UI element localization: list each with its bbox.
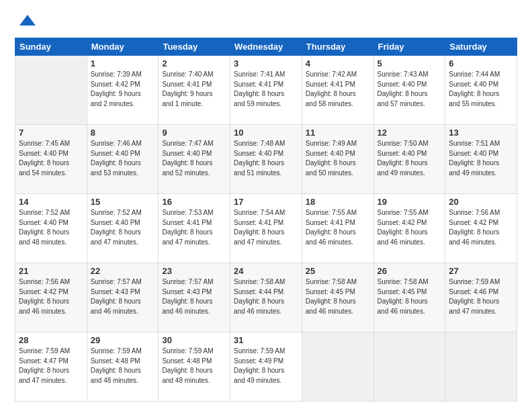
col-header-saturday: Saturday bbox=[445, 38, 517, 56]
cell-w4-d2: 30Sunrise: 7:59 AM Sunset: 4:48 PM Dayli… bbox=[159, 332, 230, 402]
cell-w2-d5: 19Sunrise: 7:55 AM Sunset: 4:42 PM Dayli… bbox=[373, 194, 445, 263]
day-info: Sunrise: 7:55 AM Sunset: 4:42 PM Dayligh… bbox=[378, 208, 442, 247]
day-number: 31 bbox=[234, 335, 298, 345]
day-info: Sunrise: 7:59 AM Sunset: 4:48 PM Dayligh… bbox=[91, 347, 155, 385]
cell-w2-d1: 15Sunrise: 7:52 AM Sunset: 4:40 PM Dayli… bbox=[87, 194, 159, 263]
day-info: Sunrise: 7:40 AM Sunset: 4:41 PM Dayligh… bbox=[162, 70, 226, 109]
day-info: Sunrise: 7:52 AM Sunset: 4:40 PM Dayligh… bbox=[19, 208, 83, 247]
cell-w1-d4: 11Sunrise: 7:49 AM Sunset: 4:40 PM Dayli… bbox=[302, 125, 373, 194]
day-number: 26 bbox=[378, 266, 442, 276]
day-number: 4 bbox=[306, 58, 370, 68]
day-info: Sunrise: 7:57 AM Sunset: 4:43 PM Dayligh… bbox=[91, 277, 155, 316]
day-number: 17 bbox=[234, 197, 298, 207]
logo-icon bbox=[18, 12, 37, 31]
cell-w1-d0: 7Sunrise: 7:45 AM Sunset: 4:40 PM Daylig… bbox=[15, 125, 87, 194]
day-number: 11 bbox=[306, 128, 370, 138]
day-number: 3 bbox=[234, 58, 298, 68]
day-info: Sunrise: 7:44 AM Sunset: 4:40 PM Dayligh… bbox=[449, 70, 513, 109]
day-number: 9 bbox=[162, 128, 226, 138]
col-header-monday: Monday bbox=[87, 38, 159, 56]
logo bbox=[15, 12, 37, 31]
day-number: 30 bbox=[162, 335, 226, 345]
day-number: 8 bbox=[91, 128, 155, 138]
page: SundayMondayTuesdayWednesdayThursdayFrid… bbox=[0, 0, 532, 411]
day-info: Sunrise: 7:46 AM Sunset: 4:40 PM Dayligh… bbox=[91, 139, 155, 178]
week-row-4: 28Sunrise: 7:59 AM Sunset: 4:47 PM Dayli… bbox=[15, 332, 517, 402]
day-info: Sunrise: 7:59 AM Sunset: 4:47 PM Dayligh… bbox=[19, 347, 83, 385]
day-number: 7 bbox=[19, 128, 83, 138]
day-info: Sunrise: 7:59 AM Sunset: 4:48 PM Dayligh… bbox=[162, 347, 226, 385]
cell-w0-d3: 3Sunrise: 7:41 AM Sunset: 4:41 PM Daylig… bbox=[230, 56, 302, 125]
cell-w2-d3: 17Sunrise: 7:54 AM Sunset: 4:41 PM Dayli… bbox=[230, 194, 302, 263]
cell-w3-d6: 27Sunrise: 7:59 AM Sunset: 4:46 PM Dayli… bbox=[445, 263, 517, 332]
cell-w1-d3: 10Sunrise: 7:48 AM Sunset: 4:40 PM Dayli… bbox=[230, 125, 302, 194]
day-info: Sunrise: 7:43 AM Sunset: 4:40 PM Dayligh… bbox=[378, 70, 442, 109]
day-info: Sunrise: 7:47 AM Sunset: 4:40 PM Dayligh… bbox=[162, 139, 226, 178]
cell-w4-d6 bbox=[445, 332, 517, 402]
cell-w1-d2: 9Sunrise: 7:47 AM Sunset: 4:40 PM Daylig… bbox=[159, 125, 230, 194]
day-info: Sunrise: 7:48 AM Sunset: 4:40 PM Dayligh… bbox=[234, 139, 298, 178]
cell-w0-d2: 2Sunrise: 7:40 AM Sunset: 4:41 PM Daylig… bbox=[159, 56, 230, 125]
day-info: Sunrise: 7:42 AM Sunset: 4:41 PM Dayligh… bbox=[306, 70, 370, 109]
day-info: Sunrise: 7:56 AM Sunset: 4:42 PM Dayligh… bbox=[19, 277, 83, 316]
day-info: Sunrise: 7:57 AM Sunset: 4:43 PM Dayligh… bbox=[162, 277, 226, 316]
day-number: 12 bbox=[378, 128, 442, 138]
week-row-2: 14Sunrise: 7:52 AM Sunset: 4:40 PM Dayli… bbox=[15, 194, 517, 263]
header bbox=[15, 12, 517, 31]
day-number: 28 bbox=[19, 335, 83, 345]
week-row-0: 1Sunrise: 7:39 AM Sunset: 4:42 PM Daylig… bbox=[15, 56, 517, 125]
cell-w4-d5 bbox=[373, 332, 445, 402]
day-number: 1 bbox=[91, 58, 155, 68]
col-header-wednesday: Wednesday bbox=[230, 38, 302, 56]
col-header-friday: Friday bbox=[373, 38, 445, 56]
day-info: Sunrise: 7:58 AM Sunset: 4:45 PM Dayligh… bbox=[378, 277, 442, 316]
cell-w2-d6: 20Sunrise: 7:56 AM Sunset: 4:42 PM Dayli… bbox=[445, 194, 517, 263]
cell-w2-d0: 14Sunrise: 7:52 AM Sunset: 4:40 PM Dayli… bbox=[15, 194, 87, 263]
day-info: Sunrise: 7:54 AM Sunset: 4:41 PM Dayligh… bbox=[234, 208, 298, 247]
cell-w0-d6: 6Sunrise: 7:44 AM Sunset: 4:40 PM Daylig… bbox=[445, 56, 517, 125]
cell-w1-d1: 8Sunrise: 7:46 AM Sunset: 4:40 PM Daylig… bbox=[87, 125, 159, 194]
cell-w3-d0: 21Sunrise: 7:56 AM Sunset: 4:42 PM Dayli… bbox=[15, 263, 87, 332]
day-number: 5 bbox=[378, 58, 442, 68]
day-info: Sunrise: 7:58 AM Sunset: 4:44 PM Dayligh… bbox=[234, 277, 298, 316]
day-info: Sunrise: 7:56 AM Sunset: 4:42 PM Dayligh… bbox=[449, 208, 513, 247]
cell-w1-d5: 12Sunrise: 7:50 AM Sunset: 4:40 PM Dayli… bbox=[373, 125, 445, 194]
day-number: 10 bbox=[234, 128, 298, 138]
cell-w4-d3: 31Sunrise: 7:59 AM Sunset: 4:49 PM Dayli… bbox=[230, 332, 302, 402]
day-info: Sunrise: 7:59 AM Sunset: 4:46 PM Dayligh… bbox=[449, 277, 513, 316]
day-number: 20 bbox=[449, 197, 513, 207]
calendar-table: SundayMondayTuesdayWednesdayThursdayFrid… bbox=[15, 38, 517, 402]
day-number: 21 bbox=[19, 266, 83, 276]
day-number: 29 bbox=[91, 335, 155, 345]
cell-w3-d4: 25Sunrise: 7:58 AM Sunset: 4:45 PM Dayli… bbox=[302, 263, 373, 332]
day-info: Sunrise: 7:52 AM Sunset: 4:40 PM Dayligh… bbox=[91, 208, 155, 247]
day-number: 23 bbox=[162, 266, 226, 276]
day-number: 14 bbox=[19, 197, 83, 207]
week-row-3: 21Sunrise: 7:56 AM Sunset: 4:42 PM Dayli… bbox=[15, 263, 517, 332]
day-info: Sunrise: 7:49 AM Sunset: 4:40 PM Dayligh… bbox=[306, 139, 370, 178]
day-info: Sunrise: 7:55 AM Sunset: 4:41 PM Dayligh… bbox=[306, 208, 370, 247]
day-number: 27 bbox=[449, 266, 513, 276]
day-number: 22 bbox=[91, 266, 155, 276]
cell-w1-d6: 13Sunrise: 7:51 AM Sunset: 4:40 PM Dayli… bbox=[445, 125, 517, 194]
cell-w3-d3: 24Sunrise: 7:58 AM Sunset: 4:44 PM Dayli… bbox=[230, 263, 302, 332]
col-header-thursday: Thursday bbox=[302, 38, 373, 56]
day-number: 13 bbox=[449, 128, 513, 138]
cell-w0-d0 bbox=[15, 56, 87, 125]
cell-w4-d4 bbox=[302, 332, 373, 402]
day-info: Sunrise: 7:41 AM Sunset: 4:41 PM Dayligh… bbox=[234, 70, 298, 109]
week-row-1: 7Sunrise: 7:45 AM Sunset: 4:40 PM Daylig… bbox=[15, 125, 517, 194]
cell-w4-d0: 28Sunrise: 7:59 AM Sunset: 4:47 PM Dayli… bbox=[15, 332, 87, 402]
cell-w3-d5: 26Sunrise: 7:58 AM Sunset: 4:45 PM Dayli… bbox=[373, 263, 445, 332]
day-info: Sunrise: 7:51 AM Sunset: 4:40 PM Dayligh… bbox=[449, 139, 513, 178]
cell-w0-d1: 1Sunrise: 7:39 AM Sunset: 4:42 PM Daylig… bbox=[87, 56, 159, 125]
svg-marker-0 bbox=[19, 15, 36, 26]
day-number: 16 bbox=[162, 197, 226, 207]
cell-w2-d2: 16Sunrise: 7:53 AM Sunset: 4:41 PM Dayli… bbox=[159, 194, 230, 263]
day-info: Sunrise: 7:39 AM Sunset: 4:42 PM Dayligh… bbox=[91, 70, 155, 109]
cell-w4-d1: 29Sunrise: 7:59 AM Sunset: 4:48 PM Dayli… bbox=[87, 332, 159, 402]
day-number: 19 bbox=[378, 197, 442, 207]
day-info: Sunrise: 7:45 AM Sunset: 4:40 PM Dayligh… bbox=[19, 139, 83, 178]
cell-w2-d4: 18Sunrise: 7:55 AM Sunset: 4:41 PM Dayli… bbox=[302, 194, 373, 263]
day-info: Sunrise: 7:53 AM Sunset: 4:41 PM Dayligh… bbox=[162, 208, 226, 247]
